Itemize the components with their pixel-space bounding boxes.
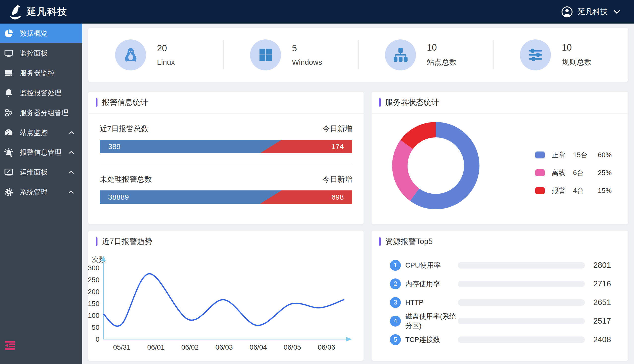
top5-label: CPU使用率 xyxy=(405,260,458,270)
row-middle: 报警信息统计 近7日报警总数 今日新增 389 174 未处理报警总数 今日新增 xyxy=(88,92,628,224)
chevron-up-icon[interactable] xyxy=(68,149,75,156)
brand-sailboat-logo-icon xyxy=(9,4,24,20)
top5-row: 4 磁盘使用率(系统分区) 2517 xyxy=(390,312,628,330)
sidebar-item-gear[interactable]: 系统管理 xyxy=(0,182,82,202)
stat-text: 20 Linux xyxy=(157,43,175,66)
alarm-bar-blue-fill xyxy=(100,190,352,204)
alarm-bar-blue-fill xyxy=(100,140,352,153)
rank-badge: 2 xyxy=(390,278,401,289)
sidebar-item-server[interactable]: 服务器监控 xyxy=(0,63,82,83)
svg-text:50: 50 xyxy=(92,324,100,331)
stat-text: 10 规则总数 xyxy=(562,42,591,68)
svg-text:0: 0 xyxy=(96,336,100,343)
gauge-icon xyxy=(4,128,14,137)
stat-text: 10 站点总数 xyxy=(427,42,457,68)
cubes-icon xyxy=(4,108,14,118)
sidebar-item-alarm[interactable]: 报警信息管理 xyxy=(0,142,82,162)
top5-value: 2408 xyxy=(593,335,611,344)
sidebar-menu: 数据概览 监控面板 服务器监控 监控报警处理 服务器分组管理 站点监控 报警信息… xyxy=(0,24,82,202)
sidebar-item-label: 监控报警处理 xyxy=(20,88,75,98)
top5-row: 5 TCP连接数 2408 xyxy=(390,330,628,349)
user-menu[interactable]: 延凡科技 xyxy=(561,6,621,18)
alarm-labels: 近7日报警总数 今日新增 xyxy=(100,125,352,132)
topbar: 延凡科技 延凡科技 xyxy=(0,0,634,24)
legend-swatch xyxy=(535,152,545,158)
chevron-down-icon[interactable] xyxy=(613,8,621,16)
sidebar-item-monitor[interactable]: 监控面板 xyxy=(0,44,82,63)
sidebar-item-pie[interactable]: 数据概览 xyxy=(0,24,82,44)
top5-value: 2801 xyxy=(593,260,611,270)
alarm-total-value: 38889 xyxy=(108,190,129,204)
alarm-section: 未处理报警总数 今日新增 38889 698 xyxy=(100,164,352,214)
stat-item: 10 站点总数 xyxy=(358,28,493,82)
stat-icon-circle xyxy=(520,40,551,70)
sidebar-item-label: 监控面板 xyxy=(20,48,75,58)
top5-bar-track xyxy=(458,281,585,287)
sidebar: 数据概览 监控面板 服务器监控 监控报警处理 服务器分组管理 站点监控 报警信息… xyxy=(0,24,82,364)
legend-count: 4台 xyxy=(573,186,598,196)
stat-label: 规则总数 xyxy=(562,57,591,68)
server-status-donut-chart xyxy=(381,111,490,220)
top5-label: HTTP xyxy=(405,298,458,306)
brand: 延凡科技 xyxy=(9,4,68,20)
top5-bar-track xyxy=(458,262,585,268)
top5-row: 2 内存使用率 2716 xyxy=(390,274,628,293)
alarm-trend-card: 近7日报警趋势 次数05010015020025030005/3106/0106… xyxy=(88,230,364,361)
server-icon xyxy=(4,68,14,78)
chevron-up-icon[interactable] xyxy=(68,188,75,196)
stat-value: 5 xyxy=(292,43,322,54)
sidebar-item-cubes[interactable]: 服务器分组管理 xyxy=(0,103,82,123)
card-title: 报警信息统计 xyxy=(102,97,148,108)
legend-item: 正常 15台 60% xyxy=(535,150,612,160)
alarm-today-label: 今日新增 xyxy=(322,125,352,132)
chevron-up-icon[interactable] xyxy=(68,129,75,136)
server-status-body: 正常 15台 60% 离线 6台 25% 报警 4台 15% xyxy=(372,114,628,224)
title-accent-bar xyxy=(96,237,98,246)
sidebar-item-label: 数据概览 xyxy=(20,29,75,38)
ops-icon xyxy=(4,168,14,177)
top5-bar-track xyxy=(458,318,585,324)
rank-badge: 5 xyxy=(390,334,401,345)
svg-text:06/06: 06/06 xyxy=(318,344,335,351)
top5-label: 磁盘使用率(系统分区) xyxy=(405,312,458,330)
sidebar-item-label: 报警信息管理 xyxy=(20,148,68,157)
top5-label: 内存使用率 xyxy=(405,279,458,288)
legend-item: 报警 4台 15% xyxy=(535,186,612,196)
sidebar-item-gauge[interactable]: 站点监控 xyxy=(0,123,82,142)
sidebar-item-bell[interactable]: 监控报警处理 xyxy=(0,83,82,103)
svg-text:06/01: 06/01 xyxy=(147,344,165,351)
alarm-icon xyxy=(4,148,14,157)
server-status-card: 服务器状态统计 正常 15台 60% 离线 6台 25% 报警 4台 15% xyxy=(372,92,628,224)
legend-name: 报警 xyxy=(552,186,573,196)
monitor-icon xyxy=(4,48,14,58)
chevron-up-icon[interactable] xyxy=(68,168,75,176)
rank-badge: 3 xyxy=(390,297,401,308)
legend-item: 离线 6台 25% xyxy=(535,168,612,178)
stat-item: 10 规则总数 xyxy=(493,28,628,82)
stat-icon-circle xyxy=(115,40,146,70)
legend-count: 15台 xyxy=(573,150,598,160)
svg-text:250: 250 xyxy=(88,276,100,284)
linux-icon xyxy=(123,46,139,63)
alarm-split-bar: 389 174 xyxy=(100,140,352,153)
top5-value: 2651 xyxy=(593,298,611,307)
card-title: 资源报警Top5 xyxy=(385,236,433,247)
collapse-sidebar-icon[interactable] xyxy=(5,341,15,350)
title-accent-bar xyxy=(379,98,381,106)
sidebar-item-label: 运维面板 xyxy=(20,168,68,177)
user-name: 延凡科技 xyxy=(578,7,608,17)
main-content: 20 Linux 5 Windows 10 站点总数 xyxy=(82,24,634,364)
brand-title: 延凡科技 xyxy=(27,6,68,18)
stat-label: Linux xyxy=(157,58,175,66)
top5-label: TCP连接数 xyxy=(405,335,458,344)
dashboard-app: 延凡科技 延凡科技 数据概览 监控面板 服务器监控 监控报警处理 服务器分 xyxy=(0,0,634,364)
user-avatar-icon xyxy=(561,6,573,18)
alarm-today-label: 今日新增 xyxy=(322,176,352,183)
alarm-statistics-card: 报警信息统计 近7日报警总数 今日新增 389 174 未处理报警总数 今日新增 xyxy=(88,92,364,224)
svg-text:300: 300 xyxy=(88,264,100,272)
top5-row: 3 HTTP 2651 xyxy=(390,293,628,312)
legend-percent: 15% xyxy=(598,187,612,195)
sidebar-item-ops[interactable]: 运维面板 xyxy=(0,162,82,182)
stat-icon-circle xyxy=(385,40,416,70)
card-header: 服务器状态统计 xyxy=(372,92,628,114)
